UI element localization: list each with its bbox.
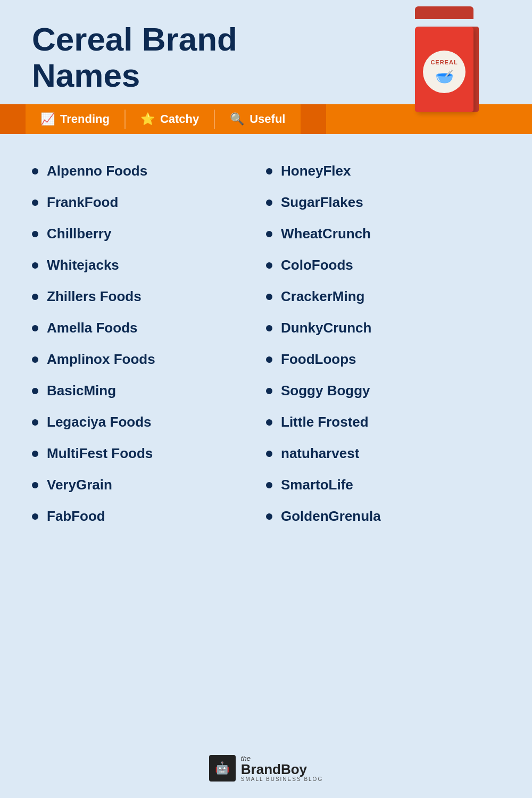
content-area: Alpenno Foods FrankFood Chillberry White… [0, 134, 532, 543]
brandboy-icon: 🤖 [209, 755, 236, 782]
bullet-icon [32, 451, 38, 457]
list-item: HoneyFlex [266, 155, 500, 187]
tab-accent-left [0, 104, 26, 134]
list-item: GoldenGrenula [266, 501, 500, 532]
tab-trending-label: Trending [60, 112, 110, 126]
list-item: WheatCrunch [266, 218, 500, 250]
bullet-icon [266, 451, 272, 457]
brand-name-label: CrackerMing [281, 288, 365, 305]
bullet-icon [266, 513, 272, 520]
left-column: Alpenno Foods FrankFood Chillberry White… [32, 155, 266, 532]
bullet-icon [266, 482, 272, 488]
bullet-icon [266, 325, 272, 331]
bowl-icon: 🥣 [435, 68, 454, 85]
list-item: FabFood [32, 501, 266, 532]
tab-useful-label: Useful [250, 112, 285, 126]
list-item: Chillberry [32, 218, 266, 250]
brand-name-label: Whitejacks [47, 257, 119, 273]
footer: 🤖 the BrandBoy SMALL BUSINESS BLOG [209, 744, 323, 798]
cereal-box-illustration: CEREAL 🥣 [410, 16, 479, 117]
list-item: Amplinox Foods [32, 344, 266, 375]
list-item: BasicMing [32, 375, 266, 406]
brand-name-label: SmartoLife [281, 477, 353, 493]
list-item: SmartoLife [266, 469, 500, 501]
brand-name-label: Amella Foods [47, 320, 137, 336]
brand-name-label: Amplinox Foods [47, 351, 155, 368]
bullet-icon [266, 294, 272, 300]
brand-name-label: natuharvest [281, 445, 359, 462]
bullet-icon [32, 325, 38, 331]
tab-catchy-label: Catchy [160, 112, 199, 126]
header: Cereal Brand Names CEREAL 🥣 [0, 0, 532, 104]
bullet-icon [32, 388, 38, 394]
useful-icon: 🔍 [230, 112, 244, 126]
brandboy-sub-label: SMALL BUSINESS BLOG [241, 776, 323, 782]
page-title: Cereal Brand Names [32, 21, 287, 94]
brand-name-label: Alpenno Foods [47, 163, 147, 179]
brand-name-label: Zhillers Foods [47, 288, 142, 305]
brandboy-name: BrandBoy [241, 762, 323, 776]
catchy-icon: ⭐ [140, 112, 155, 126]
brand-name-label: WheatCrunch [281, 226, 371, 242]
list-item: DunkyCrunch [266, 312, 500, 344]
list-item: ColoFoods [266, 250, 500, 281]
list-item: VeryGrain [32, 469, 266, 501]
brand-name-label: FabFood [47, 508, 105, 525]
brand-name-label: Little Frosted [281, 414, 369, 430]
bullet-icon [266, 200, 272, 206]
list-item: Whitejacks [32, 250, 266, 281]
box-label: CEREAL 🥣 [423, 51, 466, 93]
brandboy-logo: 🤖 the BrandBoy SMALL BUSINESS BLOG [209, 754, 323, 782]
list-item: Little Frosted [266, 406, 500, 438]
trending-icon: 📈 [40, 112, 55, 126]
brand-name-label: SugarFlakes [281, 194, 363, 211]
box-label-text: CEREAL [430, 59, 458, 65]
brand-name-label: BasicMing [47, 383, 116, 399]
bullet-icon [266, 356, 272, 363]
brand-name-label: VeryGrain [47, 477, 112, 493]
bullet-icon [266, 388, 272, 394]
bullet-icon [266, 262, 272, 269]
bullet-icon [32, 482, 38, 488]
bullet-icon [32, 262, 38, 269]
brand-name-label: MultiFest Foods [47, 445, 153, 462]
list-item: MultiFest Foods [32, 438, 266, 469]
bullet-icon [32, 231, 38, 237]
brand-name-label: GoldenGrenula [281, 508, 381, 525]
list-item: CrackerMing [266, 281, 500, 312]
bullet-icon [266, 419, 272, 426]
box-body: CEREAL 🥣 [415, 27, 473, 112]
tab-catchy[interactable]: ⭐ Catchy [126, 104, 214, 134]
brand-name-label: DunkyCrunch [281, 320, 371, 336]
bullet-icon [32, 356, 38, 363]
bullet-icon [32, 168, 38, 174]
list-item: Soggy Boggy [266, 375, 500, 406]
brandboy-text: the BrandBoy SMALL BUSINESS BLOG [241, 754, 323, 782]
tab-trending[interactable]: 📈 Trending [26, 104, 124, 134]
tab-useful[interactable]: 🔍 Useful [215, 104, 300, 134]
tab-accent-right [301, 104, 326, 134]
brand-name-label: Legaciya Foods [47, 414, 152, 430]
brand-name-label: FrankFood [47, 194, 118, 211]
list-item: Alpenno Foods [32, 155, 266, 187]
list-item: natuharvest [266, 438, 500, 469]
list-item: Amella Foods [32, 312, 266, 344]
bullet-icon [32, 294, 38, 300]
bullet-icon [32, 419, 38, 426]
list-item: Legaciya Foods [32, 406, 266, 438]
right-column: HoneyFlex SugarFlakes WheatCrunch ColoFo… [266, 155, 500, 532]
brand-name-label: Chillberry [47, 226, 111, 242]
list-item: Zhillers Foods [32, 281, 266, 312]
brand-name-label: HoneyFlex [281, 163, 351, 179]
bullet-icon [266, 168, 272, 174]
list-item: FoodLoops [266, 344, 500, 375]
bullet-icon [32, 200, 38, 206]
bullet-icon [266, 231, 272, 237]
list-item: SugarFlakes [266, 187, 500, 218]
box-top [415, 6, 473, 19]
brand-name-label: ColoFoods [281, 257, 353, 273]
brand-name-label: FoodLoops [281, 351, 356, 368]
brand-name-label: Soggy Boggy [281, 383, 370, 399]
list-item: FrankFood [32, 187, 266, 218]
bullet-icon [32, 513, 38, 520]
